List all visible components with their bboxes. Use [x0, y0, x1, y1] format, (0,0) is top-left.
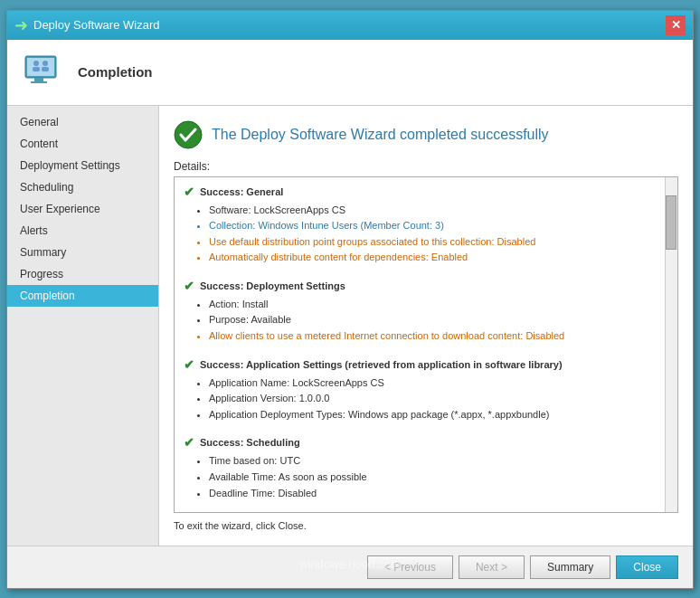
sidebar-item-alerts[interactable]: Alerts [7, 220, 158, 242]
section-general-list: Software: LockScreenApps CS Collection: … [184, 203, 668, 266]
list-item: Purpose: Available [209, 312, 668, 328]
detail-section-deployment: ✔ Success: Deployment Settings Action: I… [184, 279, 668, 345]
svg-rect-8 [42, 67, 49, 71]
title-bar: ➜ Deploy Software Wizard ✕ [7, 11, 693, 40]
section-deployment-title: ✔ Success: Deployment Settings [184, 279, 668, 293]
success-banner: The Deploy Software Wizard completed suc… [174, 120, 678, 149]
title-arrow-icon: ➜ [14, 15, 28, 35]
list-item: Application Deployment Types: Windows ap… [209, 407, 668, 423]
exit-text: To exit the wizard, click Close. [174, 520, 678, 531]
success-message: The Deploy Software Wizard completed suc… [212, 127, 549, 143]
scrollbar-track[interactable] [665, 177, 677, 512]
sidebar-item-general[interactable]: General [7, 111, 158, 133]
section-check-icon: ✔ [184, 185, 194, 199]
svg-point-9 [175, 121, 202, 148]
svg-rect-2 [34, 78, 43, 81]
details-box[interactable]: ✔ Success: General Software: LockScreenA… [174, 176, 678, 513]
sidebar-item-content[interactable]: Content [7, 133, 158, 155]
sidebar-item-scheduling[interactable]: Scheduling [7, 176, 158, 198]
list-item: Use default distribution point groups as… [209, 234, 668, 251]
success-check-icon [174, 120, 203, 149]
svg-rect-3 [31, 81, 47, 83]
list-item: Available Time: As soon as possible [209, 470, 668, 486]
section-check-icon: ✔ [184, 279, 194, 293]
summary-button[interactable]: Summary [530, 555, 610, 579]
list-item: Action: Install [209, 297, 668, 313]
svg-point-5 [33, 61, 39, 66]
svg-rect-4 [28, 59, 53, 75]
list-item: Deadline Time: Disabled [209, 486, 668, 502]
section-appsettings-list: Application Name: LockScreenApps CS Appl… [184, 375, 668, 423]
sidebar-item-user-experience[interactable]: User Experience [7, 198, 158, 220]
list-item: Time based on: UTC [209, 453, 668, 470]
section-scheduling-list: Time based on: UTC Available Time: As so… [184, 453, 668, 501]
list-item: Allow clients to use a metered Internet … [209, 328, 668, 345]
main-content-panel: The Deploy Software Wizard completed suc… [159, 106, 693, 546]
section-deployment-list: Action: Install Purpose: Available Allow… [184, 297, 668, 345]
sidebar-item-summary[interactable]: Summary [7, 242, 158, 263]
sidebar-item-completion[interactable]: Completion [7, 285, 158, 307]
sidebar: General Content Deployment Settings Sche… [7, 106, 159, 546]
close-button[interactable]: Close [616, 555, 678, 579]
section-general-title: ✔ Success: General [184, 185, 668, 199]
window-close-button[interactable]: ✕ [666, 15, 686, 35]
section-check-icon: ✔ [184, 357, 194, 372]
section-appsettings-title: ✔ Success: Application Settings (retriev… [184, 357, 668, 372]
scrollbar-thumb[interactable] [666, 195, 676, 250]
svg-rect-6 [33, 67, 40, 71]
list-item: Software: LockScreenApps CS [209, 203, 668, 219]
list-item: Application Version: 1.0.0.0 [209, 391, 668, 407]
detail-section-scheduling: ✔ Success: Scheduling Time based on: UTC… [184, 435, 668, 501]
sidebar-item-progress[interactable]: Progress [7, 263, 158, 285]
details-label: Details: [174, 160, 678, 173]
next-button[interactable]: Next > [459, 555, 525, 579]
list-item: Automatically distribute content for dep… [209, 250, 668, 266]
detail-section-appsettings: ✔ Success: Application Settings (retriev… [184, 357, 668, 423]
header-title: Completion [78, 64, 153, 80]
svg-point-7 [43, 61, 48, 66]
main-window: ➜ Deploy Software Wizard ✕ Completion Ge… [6, 10, 694, 589]
content-area: General Content Deployment Settings Sche… [7, 106, 693, 546]
section-check-icon: ✔ [184, 435, 194, 450]
header-computer-icon [22, 51, 65, 94]
list-item: Collection: Windows Intune Users (Member… [209, 218, 668, 234]
detail-section-general: ✔ Success: General Software: LockScreenA… [184, 185, 668, 266]
header-section: Completion [7, 40, 693, 106]
list-item: Application Name: LockScreenApps CS [209, 375, 668, 392]
window-title: Deploy Software Wizard [33, 18, 159, 32]
title-bar-left: ➜ Deploy Software Wizard [14, 15, 159, 35]
previous-button[interactable]: < Previous [367, 555, 453, 579]
sidebar-item-deployment-settings[interactable]: Deployment Settings [7, 155, 158, 176]
footer: < Previous Next > Summary Close [7, 546, 693, 588]
section-scheduling-title: ✔ Success: Scheduling [184, 435, 668, 450]
